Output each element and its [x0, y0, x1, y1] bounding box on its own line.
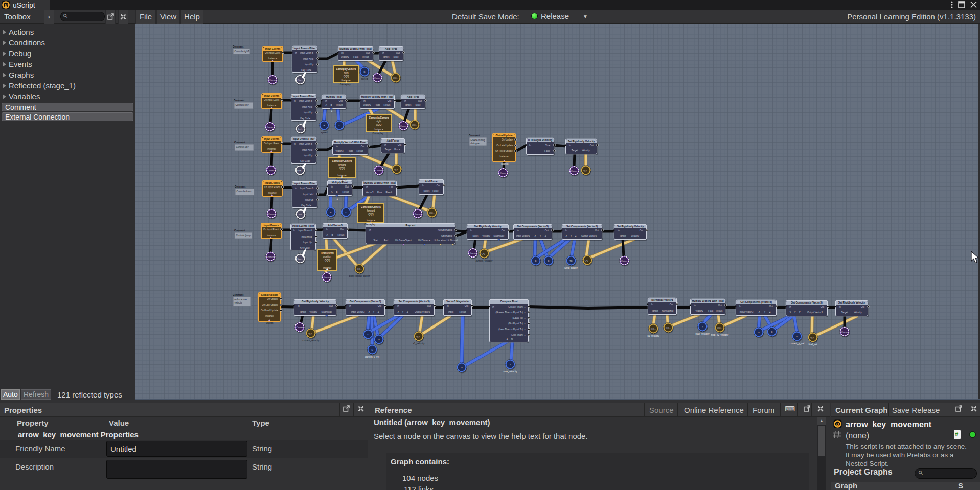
svg-text:QQQ: QQQ	[344, 75, 349, 78]
svg-text:Vector3 Magnitude: Vector3 Magnitude	[446, 300, 469, 303]
svg-text:Result: Result	[386, 191, 393, 194]
svg-text:x: x	[525, 317, 526, 319]
svg-text:x2_velocity: x2_velocity	[647, 335, 659, 337]
svg-text:Multiply Vector3 With Float: Multiply Vector3 With Float	[692, 300, 724, 302]
svg-text:QQQ: QQQ	[368, 213, 374, 216]
svg-text:B: B	[336, 191, 337, 193]
svg-text:Out: Out	[418, 100, 422, 102]
svg-text:Key Code: Key Code	[300, 117, 310, 120]
svg-text:In: In	[739, 305, 741, 308]
svg-text:Input Down 6: Input Down 6	[298, 229, 312, 232]
svg-text:Set Components (Vector3): Set Components (Vector3)	[398, 300, 430, 303]
svg-text:On Update: On Update	[502, 138, 513, 141]
svg-text:Input Down 6: Input Down 6	[299, 100, 312, 102]
svg-text:Add Force: Add Force	[407, 96, 419, 98]
svg-text:Force: Force	[432, 190, 439, 192]
svg-text:B: B	[331, 234, 333, 236]
svg-text:QQ...: QQ...	[412, 124, 418, 126]
svg-text:velocity: velocity	[235, 301, 243, 304]
svg-text:D: D	[548, 260, 549, 262]
svg-text:Gameplay...: Gameplay...	[364, 223, 377, 226]
svg-text:Start: Start	[373, 239, 378, 242]
svg-text:In: In	[397, 305, 399, 307]
svg-text:Out: Out	[390, 186, 394, 189]
svg-text:In: In	[839, 306, 841, 308]
svg-text:Is Dialogue Running: Is Dialogue Running	[528, 139, 552, 142]
svg-text:Target: Target	[405, 104, 412, 106]
svg-text:In: In	[341, 52, 344, 54]
svg-text:Result: Result	[362, 56, 370, 58]
svg-text:speed: speed	[361, 78, 368, 80]
svg-text:Owner: Owner	[470, 252, 476, 254]
svg-text:speed: speed	[328, 218, 334, 221]
svg-text:A: A	[325, 104, 327, 106]
svg-text:Out: Out	[502, 229, 506, 232]
svg-text:In: In	[294, 143, 296, 145]
svg-text:Owner: Owner	[268, 213, 275, 215]
svg-text:D: D	[758, 331, 759, 334]
svg-text:QQQ: QQQ	[325, 259, 330, 262]
svg-text:Hit Distance: Hit Distance	[418, 239, 431, 242]
svg-text:Comment: Comment	[469, 134, 480, 137]
svg-text:Set Components (Vector3): Set Components (Vector3)	[566, 225, 598, 228]
svg-text:dialogue: dialogue	[471, 142, 480, 145]
svg-text:Input Vector3: Input Vector3	[516, 235, 530, 237]
svg-text:position: position	[323, 255, 331, 258]
svg-text:Normalize Vector3: Normalize Vector3	[651, 299, 673, 301]
svg-text:final_x2_velocity: final_x2_velocity	[711, 334, 729, 336]
svg-text:Global Update: Global Update	[261, 294, 278, 296]
svg-text:Input Events: Input Events	[264, 224, 279, 227]
svg-text:QQ...: QQ...	[357, 268, 362, 270]
svg-text:Input Events: Input Events	[264, 138, 280, 141]
svg-text:Owner: Owner	[374, 77, 381, 79]
svg-text:Input Vector3: Input Vector3	[351, 311, 365, 313]
svg-text:In: In	[326, 228, 328, 231]
svg-text:speed: speed	[321, 131, 328, 134]
svg-text:Z: Z	[799, 311, 801, 314]
svg-text:X: X	[789, 311, 791, 314]
svg-text:Target: Target	[383, 56, 390, 58]
svg-text:QQ...: QQ...	[585, 259, 590, 262]
svg-text:In: In	[422, 184, 424, 187]
svg-text:In: In	[331, 185, 333, 188]
svg-text:Compare Float: Compare Float	[500, 300, 518, 303]
svg-text:Key Code: Key Code	[301, 204, 311, 207]
svg-text:D: D	[345, 211, 347, 214]
svg-text:QQ...: QQ...	[429, 212, 435, 214]
svg-text:Velocity: Velocity	[854, 311, 862, 314]
svg-text:In: In	[293, 229, 295, 232]
svg-text:right: right	[377, 120, 382, 123]
svg-text:Input Up: Input Up	[303, 241, 312, 244]
svg-text:Y: Y	[539, 235, 541, 237]
svg-text:Get Components (Vector3): Get Components (Vector3)	[350, 300, 381, 303]
svg-text:GameplayCamera: GameplayCamera	[361, 206, 381, 208]
svg-text:Out: Out	[329, 305, 333, 307]
svg-text:x: x	[525, 334, 526, 336]
svg-text:Add Force: Add Force	[425, 180, 437, 183]
svg-text:Input Events: Input Events	[265, 182, 280, 184]
svg-text:X: X	[368, 311, 370, 313]
svg-text:Set Rigidbody Velocity: Set Rigidbody Velocity	[568, 140, 595, 143]
svg-text:Input Vector3: Input Vector3	[740, 311, 754, 313]
svg-text:X: X	[397, 311, 399, 313]
svg-text:Velocity: Velocity	[482, 235, 490, 237]
svg-text:(Not Equal To): (Not Equal To)	[508, 322, 523, 325]
svg-text:Hit GameObject: Hit GameObject	[395, 239, 412, 242]
svg-text:Out: Out	[366, 52, 370, 54]
svg-text:Comment: Comment	[233, 294, 244, 296]
svg-text:Input Down 6: Input Down 6	[300, 187, 313, 190]
svg-text:D: D	[338, 124, 340, 127]
svg-text:Y: Y	[570, 235, 572, 237]
svg-text:max_velocity: max_velocity	[695, 333, 710, 335]
svg-text:Out: Out	[396, 52, 400, 54]
svg-text:Add Force: Add Force	[385, 48, 397, 50]
svg-text:Out: Out	[640, 229, 644, 232]
svg-text:In: In	[336, 145, 338, 148]
svg-text:Velocity: Velocity	[631, 235, 639, 237]
svg-text:Dow...: Dow...	[298, 213, 304, 216]
svg-text:Hit Normal: Hit Normal	[447, 239, 458, 242]
svg-text:Add Vector3: Add Vector3	[328, 224, 343, 227]
svg-text:x: x	[525, 306, 526, 308]
svg-text:B: B	[330, 211, 332, 214]
svg-text:TD: TD	[569, 260, 573, 262]
